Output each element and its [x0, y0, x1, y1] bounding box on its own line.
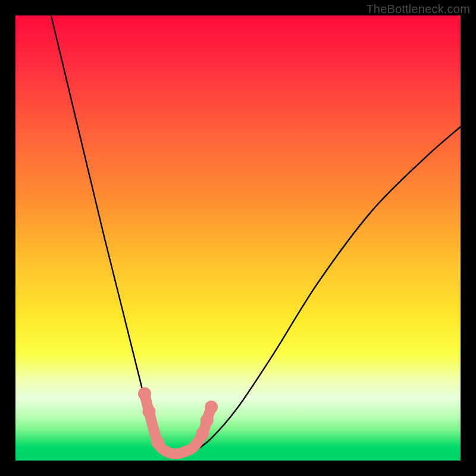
highlight-dot [201, 414, 214, 427]
watermark-text: TheBottleneck.com [366, 2, 470, 16]
chart-svg [15, 15, 461, 461]
highlight-dot [196, 427, 209, 440]
highlight-dot [205, 400, 218, 414]
highlight-dot [138, 387, 151, 400]
highlight-dot [151, 436, 164, 449]
highlight-dot [142, 405, 155, 418]
bottleneck-curve [51, 15, 461, 456]
